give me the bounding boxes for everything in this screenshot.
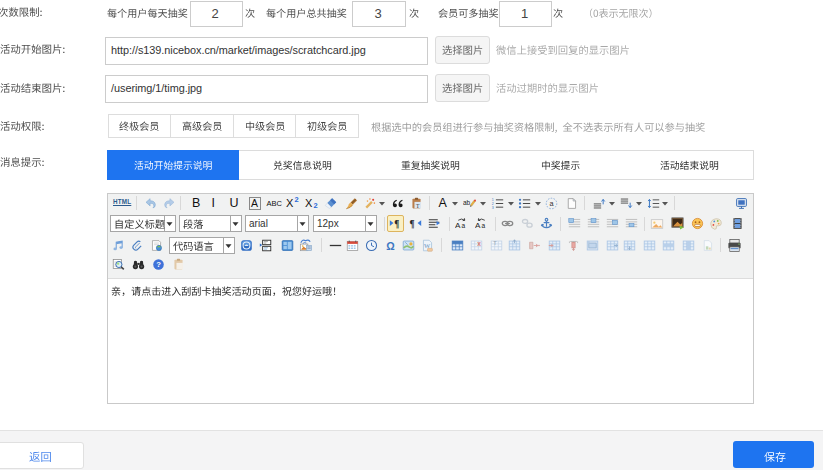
svg-text:a: a <box>481 222 485 229</box>
svg-text:W: W <box>424 241 431 248</box>
svg-text:a: a <box>462 222 466 229</box>
svg-text:A: A <box>455 221 461 230</box>
svg-text:A: A <box>475 221 481 230</box>
svg-text:ab: ab <box>463 199 471 206</box>
svg-text:Ω: Ω <box>386 239 395 251</box>
svg-text:x: x <box>477 240 481 247</box>
svg-text:a: a <box>549 198 554 207</box>
svg-text:?: ? <box>156 260 161 269</box>
svg-text:3: 3 <box>492 206 494 210</box>
svg-text:¶: ¶ <box>409 219 414 229</box>
svg-text:T: T <box>416 202 420 208</box>
svg-text:T: T <box>493 239 497 245</box>
svg-text:¶: ¶ <box>394 219 399 229</box>
